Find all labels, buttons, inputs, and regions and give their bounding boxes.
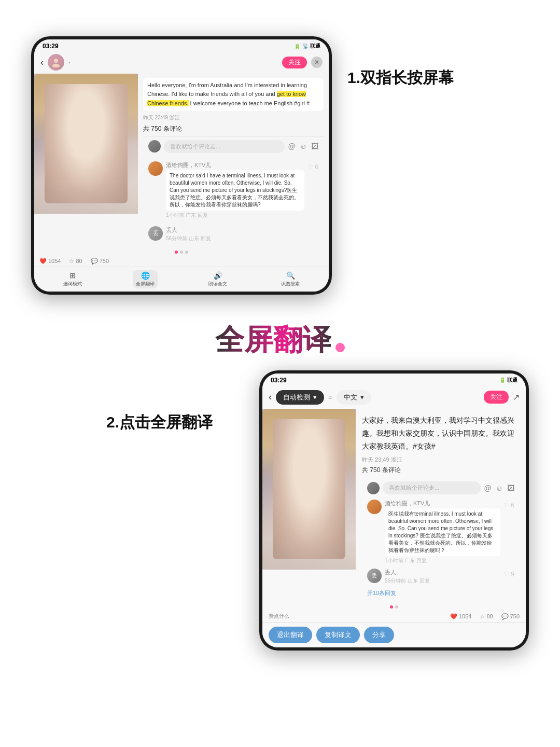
comment-user-1: 酒给狗圈，KTV儿 xyxy=(166,161,304,169)
ask-label-2: 赞点什么 xyxy=(269,613,289,620)
middle-title-container: 全屏翻译 xyxy=(215,321,345,360)
dot-indicator-1 xyxy=(34,248,329,256)
toolbar-label-image-search: 识图搜索 xyxy=(281,281,300,287)
comment-count-1[interactable]: 💬 750 xyxy=(91,258,109,265)
comment-input-1[interactable]: 喜欢就给个评论走... xyxy=(164,140,285,153)
comment-time-1: 1小时前 广东 回复 xyxy=(166,212,304,219)
translate-from-lang[interactable]: 自动检测 ▾ xyxy=(276,390,324,405)
toolbar-label-select: 选词模式 xyxy=(63,281,82,287)
comment-text-1: The doctor said I have a terminal illnes… xyxy=(166,170,304,211)
star-count-1[interactable]: ☆ 80 xyxy=(69,258,82,265)
time-2: 03:29 xyxy=(271,377,287,384)
comments-count-1: 共 750 条评论 xyxy=(143,125,324,133)
image-search-icon: 🔍 xyxy=(286,271,295,280)
toolbar-select-mode[interactable]: ⊞ 选词模式 xyxy=(60,270,85,288)
follow-button-1[interactable]: 关注 xyxy=(282,57,307,68)
battery-icon: 🔋 xyxy=(294,44,300,49)
emoji-icon-2[interactable]: ☺ xyxy=(496,484,503,492)
translated-comment-like-1[interactable]: ♡ 6 xyxy=(503,500,514,509)
stats-row-2: 赞点什么 ❤️ 1054 ☆ 80 💬 750 xyxy=(262,611,526,622)
translated-post: 大家好，我来自澳大利亚，我对学习中文很感兴趣。我想和大家交朋友，认识中国朋友。我… xyxy=(262,409,526,604)
bottom-toolbar-1: ⊞ 选词模式 🌐 全屏翻译 🔊 朗读全文 🔍 识图搜索 xyxy=(34,267,329,292)
dot2-2 xyxy=(395,605,398,608)
to-arrow-icon: ▾ xyxy=(360,393,364,401)
status-icons-1: 🔋 📡 联通 xyxy=(294,43,320,50)
dot2-1 xyxy=(390,605,393,608)
translated-comment-body-1: 酒给狗圈，KTV儿 医生说我有terminal illness. I must … xyxy=(385,500,500,564)
translated-meta: 昨天 23:49 浙江 xyxy=(362,456,520,464)
comment-body-1: 酒给狗圈，KTV儿 The doctor said I have a termi… xyxy=(166,161,304,219)
comment-input-row-1: 喜欢就给个评论走... @ ☺ 🖼 xyxy=(143,136,324,156)
nav-username-1: · xyxy=(68,58,278,66)
translate-to-lang[interactable]: 中文 ▾ xyxy=(337,390,371,405)
translated-comment-avatar-1 xyxy=(367,500,382,514)
toolbar-image-search[interactable]: 🔍 识图搜索 xyxy=(278,270,303,288)
translated-comments-count: 共 750 条评论 xyxy=(362,466,520,475)
expand-label: 开10条回复 xyxy=(367,590,396,596)
comment-count-2[interactable]: 💬 750 xyxy=(501,613,520,620)
image-icon-2[interactable]: 🖼 xyxy=(507,484,514,492)
comment-item-2: 丢 丢人 56分钟前 山东 回复 xyxy=(143,224,324,244)
close-button-1[interactable]: ✕ xyxy=(311,57,323,68)
section1-label: 1.双指长按屏幕 xyxy=(347,36,454,89)
copy-text-button[interactable]: 复制译文 xyxy=(316,627,360,643)
toolbar-fullscreen-translate[interactable]: 🌐 全屏翻译 xyxy=(133,270,158,288)
translated-comment-like-2[interactable]: ♡ 9 xyxy=(503,569,514,578)
translated-comment-2: 丢 丢人 56分钟前 山东 回复 ♡ 9 xyxy=(362,566,520,587)
at-icon[interactable]: @ xyxy=(288,142,295,150)
svg-point-0 xyxy=(54,59,58,63)
comment-avatar-input-2 xyxy=(367,482,380,494)
signal-text: 📡 联通 xyxy=(302,43,320,50)
svg-point-1 xyxy=(52,64,60,67)
exit-translate-button[interactable]: 退出翻译 xyxy=(269,627,312,643)
at-icon-2[interactable]: @ xyxy=(484,484,491,492)
comment-user-2: 丢人 xyxy=(166,226,318,234)
select-icon: ⊞ xyxy=(69,271,76,280)
stats-row-1: ❤️ 1054 ☆ 80 💬 750 xyxy=(34,256,329,267)
status-bar-1: 03:29 🔋 📡 联通 xyxy=(34,39,329,52)
comment-avatar-input-1 xyxy=(148,140,161,153)
translated-comment-1: 酒给狗圈，KTV儿 医生说我有terminal illness. I must … xyxy=(362,497,520,566)
image-icon[interactable]: 🖼 xyxy=(311,142,318,150)
translated-comment-avatar-2: 丢 xyxy=(367,569,382,583)
follow-button-2[interactable]: 关注 xyxy=(484,391,509,404)
caption-text-1: Hello everyone, I'm from Australia and I… xyxy=(147,82,310,106)
read-icon: 🔊 xyxy=(214,271,222,280)
nav-bar-1: ‹ · 关注 ✕ xyxy=(34,52,329,74)
comment-like-1[interactable]: ♡ 6 xyxy=(307,161,318,171)
middle-title-text: 全屏翻译 xyxy=(215,323,331,356)
emoji-icon[interactable]: ☺ xyxy=(300,142,307,150)
star-count-2[interactable]: ☆ 80 xyxy=(480,613,493,620)
device-2: 03:29 🔋 联通 ‹ 自动检测 ▾ = 中文 ▾ xyxy=(259,370,529,651)
comment-icons-2: @ ☺ 🖼 xyxy=(484,484,514,492)
translate-bar: ‹ 自动检测 ▾ = 中文 ▾ 关注 ↗ xyxy=(262,386,526,409)
from-arrow-icon: ▾ xyxy=(313,393,317,401)
section2-label: 2.点击全屏翻译 xyxy=(106,370,213,433)
comment-item-1: 酒给狗圈，KTV儿 The doctor said I have a termi… xyxy=(143,159,324,221)
status-icons-2: 🔋 联通 xyxy=(499,377,517,384)
comment-body-2: 丢人 56分钟前 山东 回复 xyxy=(166,226,318,242)
translate-separator: = xyxy=(328,393,332,402)
translate-back-button[interactable]: ‹ xyxy=(269,392,272,403)
like-count-1[interactable]: ❤️ 1054 xyxy=(39,258,61,265)
post-image-1 xyxy=(34,74,138,214)
back-button-1[interactable]: ‹ xyxy=(40,57,44,68)
content-area-1: Hello everyone, I'm from Australia and I… xyxy=(34,74,329,248)
share-button[interactable]: 分享 xyxy=(364,627,394,643)
toolbar-label-read: 朗读全文 xyxy=(208,281,227,287)
comment-avatar-2: 丢 xyxy=(148,226,163,241)
post-text-area-1: Hello everyone, I'm from Australia and I… xyxy=(138,74,329,248)
translated-text-area: 大家好，我来自澳大利亚，我对学习中文很感兴趣。我想和大家交朋友，认识中国朋友。我… xyxy=(356,409,526,604)
translated-comment-text-1: 医生说我有terminal illness. I must look at be… xyxy=(385,508,500,556)
translate-icon: 🌐 xyxy=(141,271,150,280)
dot-3 xyxy=(185,251,188,254)
expand-comments[interactable]: 开10条回复 xyxy=(362,587,520,598)
share-icon[interactable]: ↗ xyxy=(513,392,520,402)
dot-2 xyxy=(180,251,183,254)
comment-input-2[interactable]: 喜欢就给个评论走... xyxy=(383,481,481,494)
post-meta-1: 昨天 23:49 浙江 xyxy=(143,114,324,121)
status-bar-2: 03:29 🔋 联通 xyxy=(262,374,526,386)
toolbar-read-aloud[interactable]: 🔊 朗读全文 xyxy=(205,270,230,288)
like-count-2[interactable]: ❤️ 1054 xyxy=(450,613,471,620)
post-caption-1: Hello everyone, I'm from Australia and I… xyxy=(143,78,324,111)
